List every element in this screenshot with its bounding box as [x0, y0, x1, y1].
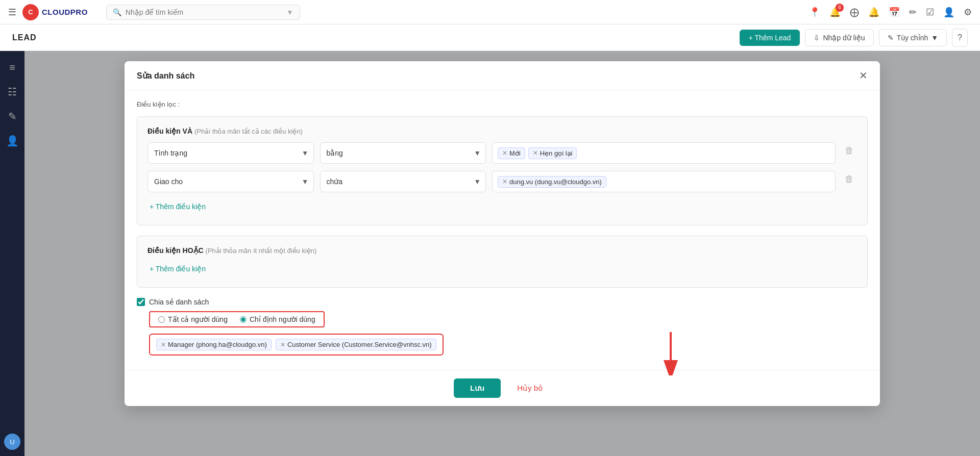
operator-select-wrapper-1: bằng ▼: [320, 142, 486, 164]
chart-icon[interactable]: ✏: [909, 7, 917, 18]
sidebar-item-users[interactable]: 👤: [2, 131, 22, 151]
user-tags-box[interactable]: ✕ Manager (phong.ha@cloudgo.vn) ✕ Custom…: [149, 334, 444, 356]
notification-badge: 6: [836, 4, 844, 12]
tag-dung-vu: ✕ dung.vu (dung.vu@cloudgo.vn): [498, 176, 606, 188]
radio-group: Tất cả người dùng Chỉ định người dùng: [158, 315, 315, 323]
alerts-icon[interactable]: 🔔: [868, 7, 879, 18]
logo: C CLOUDPRO: [22, 4, 88, 20]
add-circle-icon[interactable]: ⨁: [850, 7, 859, 18]
main-layout: ≡ ☷ ✎ 👤 U Sửa danh sách ✕ Điều kiện lọc …: [0, 51, 980, 456]
and-condition-row-2: Giao cho ▼ chứa ▼: [148, 171, 857, 192]
sidebar-item-chart[interactable]: ✎: [2, 106, 22, 126]
tag-manager: ✕ Manager (phong.ha@cloudgo.vn): [156, 339, 272, 350]
modal-body: Điều kiện lọc : Điều kiện VÀ (Phải thỏa …: [125, 90, 880, 370]
tag-remove-icon[interactable]: ✕: [533, 149, 538, 157]
chevron-down-icon: ▼: [931, 34, 938, 42]
top-navigation: ☰ C CLOUDPRO 🔍 ▼ 📍 🔔 6 ⨁ 🔔 📅 ✏ ☑ 👤 ⚙: [0, 0, 980, 24]
search-icon: 🔍: [113, 8, 121, 16]
tag-moi: ✕ Mới: [498, 147, 525, 159]
tag-remove-icon[interactable]: ✕: [502, 149, 507, 157]
operator-select-1[interactable]: bằng: [320, 142, 486, 164]
user-icon[interactable]: 👤: [943, 7, 954, 18]
add-and-condition-button[interactable]: + Thêm điều kiện: [148, 198, 208, 215]
and-condition-block: Điều kiện VÀ (Phải thỏa mãn tất cả các đ…: [137, 116, 868, 225]
header-buttons: + Thêm Lead ⇩ Nhập dữ liệu ✎ Tùy chỉnh ▼…: [740, 29, 968, 47]
avatar[interactable]: U: [4, 434, 20, 450]
calendar-icon[interactable]: 📅: [889, 7, 900, 18]
chevron-down-icon: ▼: [286, 8, 293, 16]
operator-select-wrapper-2: chứa ▼: [320, 171, 486, 192]
sidebar-item-grid[interactable]: ☷: [2, 82, 22, 102]
tag-customer-service: ✕ Customer Service (Customer.Service@vnh…: [276, 339, 436, 350]
customize-icon: ✎: [888, 34, 894, 42]
share-checkbox[interactable]: [137, 298, 145, 306]
import-button[interactable]: ⇩ Nhập dữ liệu: [805, 29, 873, 46]
tag-remove-manager-icon[interactable]: ✕: [161, 341, 166, 348]
radio-all-users[interactable]: [158, 316, 165, 323]
logo-text: CLOUDPRO: [42, 8, 88, 16]
modal-overlay: Sửa danh sách ✕ Điều kiện lọc : Điều kiệ…: [24, 51, 980, 456]
operator-select-2[interactable]: chứa: [320, 171, 486, 192]
save-button[interactable]: Lưu: [454, 378, 501, 398]
logo-icon: C: [22, 4, 39, 20]
sidebar-item-home[interactable]: ≡: [2, 57, 22, 78]
modal-header: Sửa danh sách ✕: [125, 61, 880, 90]
settings-icon[interactable]: ⚙: [964, 7, 972, 18]
radio-all-users-label[interactable]: Tất cả người dùng: [158, 315, 228, 323]
sidebar: ≡ ☷ ✎ 👤 U: [0, 51, 24, 456]
location-icon[interactable]: 📍: [809, 7, 820, 18]
and-condition-row-1: Tình trạng ▼ bằng ▼: [148, 142, 857, 164]
modal-close-button[interactable]: ✕: [859, 69, 868, 82]
customize-button[interactable]: ✎ Tùy chỉnh ▼: [879, 29, 947, 46]
add-lead-button[interactable]: + Thêm Lead: [740, 30, 800, 46]
or-condition-title: Điều kiện HOẶC: [148, 246, 204, 255]
red-arrow-icon: [655, 330, 686, 375]
menu-icon[interactable]: ☰: [8, 7, 16, 18]
tasks-icon[interactable]: ☑: [926, 7, 934, 18]
subtitle-bar: LEAD + Thêm Lead ⇩ Nhập dữ liệu ✎ Tùy ch…: [0, 24, 980, 51]
search-input[interactable]: [126, 8, 282, 16]
import-icon: ⇩: [814, 34, 820, 42]
and-condition-title: Điều kiện VÀ: [148, 127, 192, 135]
delete-row-2-button[interactable]: 🗑: [842, 171, 857, 188]
tag-hen-goi-lai: ✕ Hẹn gọi lại: [528, 147, 577, 159]
and-condition-subtitle: (Phải thỏa mãn tất cả các điều kiện): [194, 128, 303, 135]
page-title: LEAD: [12, 33, 37, 42]
add-or-condition-button[interactable]: + Thêm điều kiện: [148, 261, 208, 277]
modal-footer: Lưu Hủy bỏ: [125, 370, 880, 406]
cancel-button[interactable]: Hủy bỏ: [509, 378, 551, 398]
delete-row-1-button[interactable]: 🗑: [842, 142, 857, 159]
main-content: Sửa danh sách ✕ Điều kiện lọc : Điều kiệ…: [24, 51, 980, 456]
or-condition-block: Điều kiện HOẶC (Phải thỏa mãn ít nhất mộ…: [137, 236, 868, 288]
radio-specific-users-label[interactable]: Chỉ định người dùng: [240, 315, 315, 323]
help-button[interactable]: ?: [952, 29, 968, 47]
modal-title: Sửa danh sách: [137, 71, 194, 81]
search-bar[interactable]: 🔍 ▼: [106, 5, 300, 20]
share-section: Chia sẻ danh sách Tất cả người dùng: [137, 298, 868, 360]
tag-remove-icon[interactable]: ✕: [502, 178, 507, 185]
field-select-2[interactable]: Giao cho: [148, 171, 314, 192]
tag-input-1[interactable]: ✕ Mới ✕ Hẹn gọi lại: [492, 142, 836, 164]
tag-remove-cs-icon[interactable]: ✕: [280, 341, 285, 348]
field-select-wrapper-2: Giao cho ▼: [148, 171, 314, 192]
field-select-1[interactable]: Tình trạng: [148, 142, 314, 164]
radio-specific-users[interactable]: [240, 316, 247, 323]
field-select-wrapper-1: Tình trạng ▼: [148, 142, 314, 164]
tag-input-2[interactable]: ✕ dung.vu (dung.vu@cloudgo.vn): [492, 171, 836, 192]
filter-section-label: Điều kiện lọc :: [137, 100, 868, 108]
share-checkbox-label[interactable]: Chia sẻ danh sách: [137, 298, 868, 306]
edit-list-modal: Sửa danh sách ✕ Điều kiện lọc : Điều kiệ…: [125, 61, 880, 406]
bell-icon[interactable]: 🔔 6: [829, 7, 841, 18]
or-condition-subtitle: (Phải thỏa mãn ít nhất một điều kiện): [206, 247, 317, 255]
nav-icon-group: 📍 🔔 6 ⨁ 🔔 📅 ✏ ☑ 👤 ⚙: [809, 7, 972, 18]
